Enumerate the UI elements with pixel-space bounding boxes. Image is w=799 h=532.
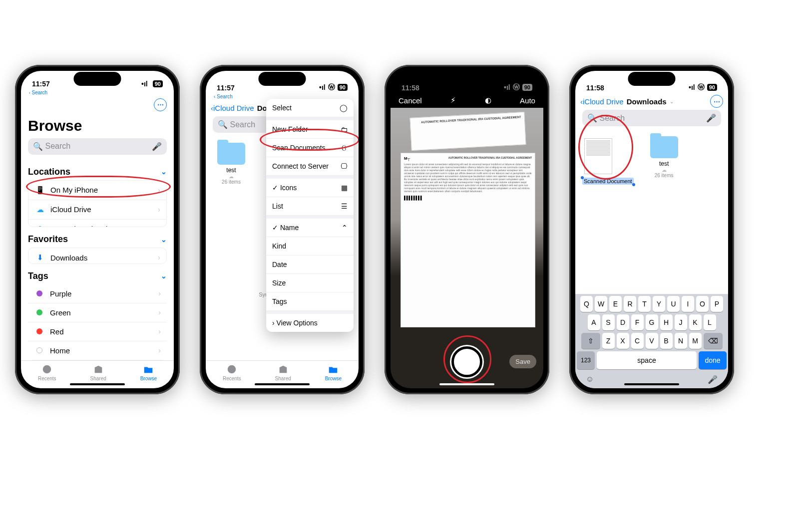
status-time: 11:57: [217, 84, 235, 92]
key-o[interactable]: O: [696, 296, 709, 312]
collapse-favorites[interactable]: ⌄: [161, 236, 167, 244]
key-a[interactable]: A: [588, 314, 600, 330]
key-b[interactable]: B: [660, 333, 673, 349]
space-key[interactable]: space: [597, 351, 697, 369]
key-e[interactable]: E: [609, 296, 622, 312]
key-q[interactable]: Q: [580, 296, 593, 312]
numbers-key[interactable]: 123: [577, 351, 595, 369]
filter-icon[interactable]: ◐: [485, 96, 491, 105]
context-menu: Select◯ New Folder🗀 Scan Documents⟮⟯ Con…: [266, 99, 354, 332]
menu-scan-documents[interactable]: Scan Documents⟮⟯: [266, 139, 354, 157]
collapse-locations[interactable]: ⌄: [161, 168, 167, 176]
menu-sort-name[interactable]: ✓ Name⌃: [266, 219, 354, 237]
home-indicator[interactable]: [70, 383, 125, 385]
key-t[interactable]: T: [638, 296, 651, 312]
menu-view-icons[interactable]: ✓ Icons▦: [266, 179, 354, 197]
folder-test[interactable]: test ☁︎ 26 items: [214, 143, 249, 185]
wifi-icon: ⓦ: [698, 83, 705, 92]
scanned-document-item[interactable]: [584, 138, 612, 174]
done-key[interactable]: done: [699, 351, 727, 369]
menu-view-options[interactable]: › View Options: [266, 314, 354, 332]
menu-sort-date[interactable]: Date: [266, 256, 354, 274]
key-r[interactable]: R: [624, 296, 636, 312]
search-input[interactable]: 🔍 Search🎤: [582, 110, 721, 126]
menu-sort-tags[interactable]: Tags: [266, 292, 354, 311]
key-g[interactable]: G: [646, 314, 658, 330]
key-h[interactable]: H: [660, 314, 673, 330]
key-l[interactable]: L: [704, 314, 716, 330]
emoji-key[interactable]: ☺: [586, 375, 594, 384]
back-to-search[interactable]: ‹ Search: [21, 89, 174, 95]
back-button[interactable]: ‹ iCloud Drive: [580, 97, 624, 106]
phone-downloads-menu: 11:57 •ılⓦ90 ‹ Search ‹ iCloud Drive Dow…: [200, 65, 365, 394]
signal-icon: •ıl: [689, 83, 695, 91]
wifi-icon: ⓦ: [513, 83, 520, 92]
menu-connect-server[interactable]: Connect to Server🖵: [266, 157, 354, 176]
more-button[interactable]: ⋯: [710, 95, 723, 108]
section-locations: Locations: [28, 167, 70, 177]
dictation-key[interactable]: 🎤: [708, 375, 718, 384]
tab-recents[interactable]: Recents: [38, 364, 56, 381]
tag-red[interactable]: Red›: [28, 322, 167, 341]
location-on-my-iphone[interactable]: 📱On My iPhone›: [28, 181, 166, 200]
mic-icon[interactable]: 🎤: [706, 113, 716, 123]
home-indicator[interactable]: [255, 383, 310, 385]
tag-green[interactable]: Green›: [28, 303, 167, 322]
key-d[interactable]: D: [617, 314, 629, 330]
key-j[interactable]: J: [675, 314, 687, 330]
key-v[interactable]: V: [646, 333, 658, 349]
tag-dot-icon: [36, 347, 42, 353]
key-x[interactable]: X: [617, 333, 629, 349]
flash-icon[interactable]: ⚡︎: [450, 96, 456, 105]
key-z[interactable]: Z: [602, 333, 615, 349]
keyboard: QWERTYUIOP ASDFGHJKL ⇧ZXCVBNM⌫ 123 space…: [575, 294, 728, 388]
cloud-icon: ☁︎: [34, 205, 45, 214]
tab-recents[interactable]: Recents: [223, 364, 241, 381]
phone-scanner: 11:58 •ılⓦ90 Cancel ⚡︎ ◐ Auto AUTOMATIC …: [385, 65, 549, 394]
auto-mode[interactable]: Auto: [520, 96, 535, 105]
menu-select[interactable]: Select◯: [266, 99, 354, 117]
shutter-button[interactable]: [451, 346, 482, 377]
filename-input[interactable]: Scanned Document: [582, 178, 634, 185]
collapse-tags[interactable]: ⌄: [161, 272, 167, 280]
tab-shared[interactable]: Shared: [90, 364, 106, 381]
key-s[interactable]: S: [602, 314, 615, 330]
key-u[interactable]: U: [667, 296, 680, 312]
search-input[interactable]: 🔍 Search 🎤: [28, 138, 167, 155]
tab-shared[interactable]: Shared: [275, 364, 291, 381]
tab-browse[interactable]: Browse: [140, 364, 157, 381]
key-i[interactable]: I: [682, 296, 694, 312]
key-f[interactable]: F: [631, 314, 644, 330]
tag-purple[interactable]: Purple›: [28, 284, 167, 303]
menu-sort-size[interactable]: Size: [266, 274, 354, 292]
status-time: 11:58: [586, 84, 604, 92]
cancel-button[interactable]: Cancel: [399, 96, 422, 105]
menu-sort-kind[interactable]: Kind: [266, 237, 354, 256]
key-k[interactable]: K: [689, 314, 702, 330]
key-y[interactable]: Y: [653, 296, 665, 312]
menu-new-folder[interactable]: New Folder🗀: [266, 120, 354, 139]
back-button[interactable]: ‹ iCloud Drive: [211, 104, 254, 112]
key-c[interactable]: C: [631, 333, 644, 349]
more-button[interactable]: ⋯: [154, 98, 167, 111]
key-n[interactable]: N: [675, 333, 687, 349]
tab-browse[interactable]: Browse: [325, 364, 342, 381]
section-favorites: Favorites: [28, 234, 68, 245]
location-recently-deleted[interactable]: 🗑Recently Deleted›: [28, 220, 166, 228]
list-icon: ☰: [341, 202, 348, 210]
shift-key[interactable]: ⇧: [581, 333, 600, 349]
tag-home[interactable]: Home›: [28, 341, 167, 360]
chevron-down-icon[interactable]: ⌄: [670, 99, 674, 104]
folder-test[interactable]: test ☁︎ 26 items: [647, 136, 682, 178]
key-w[interactable]: W: [595, 296, 607, 312]
favorite-downloads[interactable]: ⬇︎Downloads›: [28, 248, 166, 264]
key-m[interactable]: M: [689, 333, 702, 349]
menu-view-list[interactable]: List☰: [266, 197, 354, 216]
save-button[interactable]: Save: [509, 355, 536, 368]
home-indicator[interactable]: [439, 383, 494, 385]
location-icloud-drive[interactable]: ☁︎iCloud Drive›: [28, 200, 166, 220]
key-p[interactable]: P: [711, 296, 723, 312]
mic-icon[interactable]: 🎤: [152, 142, 162, 151]
backspace-key[interactable]: ⌫: [704, 333, 723, 349]
home-indicator[interactable]: [624, 383, 679, 385]
